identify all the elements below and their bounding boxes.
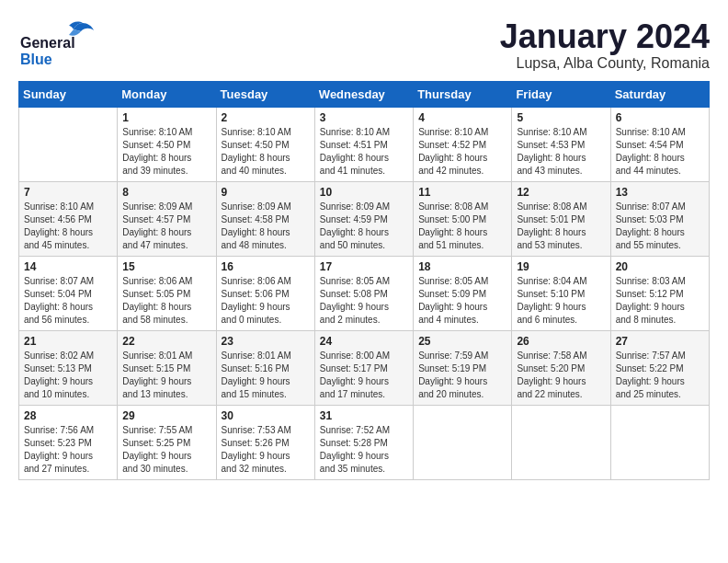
day-number: 10 [320,186,408,199]
day-info: Sunrise: 8:10 AMSunset: 4:54 PMDaylight:… [616,126,704,178]
calendar-week-2: 14Sunrise: 8:07 AMSunset: 5:04 PMDayligh… [19,256,710,330]
calendar-week-0: 1Sunrise: 8:10 AMSunset: 4:50 PMDaylight… [19,107,710,181]
day-number: 9 [222,186,310,199]
calendar-cell: 25Sunrise: 7:59 AMSunset: 5:19 PMDayligh… [414,330,512,405]
svg-text:General: General [20,35,75,51]
day-number: 25 [418,335,506,348]
day-header-sunday: Sunday [19,81,118,107]
calendar-cell: 5Sunrise: 8:10 AMSunset: 4:53 PMDaylight… [512,107,610,181]
day-info: Sunrise: 8:02 AMSunset: 5:13 PMDaylight:… [24,350,112,401]
calendar-cell: 29Sunrise: 7:55 AMSunset: 5:25 PMDayligh… [118,405,216,479]
calendar-cell: 10Sunrise: 8:09 AMSunset: 4:59 PMDayligh… [314,181,413,256]
calendar-cell: 6Sunrise: 8:10 AMSunset: 4:54 PMDaylight… [610,107,709,181]
calendar-cell: 9Sunrise: 8:09 AMSunset: 4:58 PMDaylight… [216,181,314,256]
day-header-wednesday: Wednesday [314,81,413,107]
day-info: Sunrise: 8:10 AMSunset: 4:51 PMDaylight:… [320,126,408,178]
day-info: Sunrise: 8:03 AMSunset: 5:12 PMDaylight:… [616,275,704,327]
day-number: 5 [517,111,605,124]
day-number: 13 [616,186,704,199]
day-number: 3 [320,111,408,124]
day-info: Sunrise: 8:07 AMSunset: 5:04 PMDaylight:… [24,275,112,327]
day-info: Sunrise: 7:56 AMSunset: 5:23 PMDaylight:… [24,424,112,476]
calendar-cell [414,405,512,479]
calendar-cell: 13Sunrise: 8:07 AMSunset: 5:03 PMDayligh… [610,181,709,256]
day-info: Sunrise: 8:07 AMSunset: 5:03 PMDaylight:… [616,201,704,252]
svg-text:Blue: Blue [20,52,52,67]
calendar-cell: 8Sunrise: 8:09 AMSunset: 4:57 PMDaylight… [118,181,216,256]
calendar-cell: 21Sunrise: 8:02 AMSunset: 5:13 PMDayligh… [19,330,118,405]
day-number: 6 [616,111,704,124]
day-info: Sunrise: 8:01 AMSunset: 5:16 PMDaylight:… [222,350,310,401]
calendar-cell: 11Sunrise: 8:08 AMSunset: 5:00 PMDayligh… [414,181,512,256]
calendar-cell: 24Sunrise: 8:00 AMSunset: 5:17 PMDayligh… [314,330,413,405]
day-number: 16 [222,260,310,273]
calendar-cell: 26Sunrise: 7:58 AMSunset: 5:20 PMDayligh… [512,330,610,405]
day-info: Sunrise: 8:09 AMSunset: 4:58 PMDaylight:… [222,201,310,252]
day-info: Sunrise: 8:01 AMSunset: 5:15 PMDaylight:… [122,350,210,401]
location: Lupsa, Alba County, Romania [500,55,710,72]
calendar-cell [512,405,610,479]
calendar-cell: 3Sunrise: 8:10 AMSunset: 4:51 PMDaylight… [314,107,413,181]
day-info: Sunrise: 7:55 AMSunset: 5:25 PMDaylight:… [122,424,210,476]
calendar-cell: 23Sunrise: 8:01 AMSunset: 5:16 PMDayligh… [216,330,314,405]
day-number: 12 [517,186,605,199]
calendar-cell: 12Sunrise: 8:08 AMSunset: 5:01 PMDayligh… [512,181,610,256]
day-info: Sunrise: 8:09 AMSunset: 4:59 PMDaylight:… [320,201,408,252]
day-header-saturday: Saturday [610,81,709,107]
calendar-header-row: SundayMondayTuesdayWednesdayThursdayFrid… [19,81,710,107]
day-number: 2 [222,111,310,124]
day-number: 7 [24,186,112,199]
calendar-cell: 28Sunrise: 7:56 AMSunset: 5:23 PMDayligh… [19,405,118,479]
day-info: Sunrise: 8:10 AMSunset: 4:50 PMDaylight:… [222,126,310,178]
calendar-cell: 1Sunrise: 8:10 AMSunset: 4:50 PMDaylight… [118,107,216,181]
day-number: 30 [222,409,310,422]
day-info: Sunrise: 7:58 AMSunset: 5:20 PMDaylight:… [517,350,605,401]
day-number: 22 [122,335,210,348]
day-number: 28 [24,409,112,422]
calendar-cell: 30Sunrise: 7:53 AMSunset: 5:26 PMDayligh… [216,405,314,479]
calendar-cell: 27Sunrise: 7:57 AMSunset: 5:22 PMDayligh… [610,330,709,405]
calendar-cell: 20Sunrise: 8:03 AMSunset: 5:12 PMDayligh… [610,256,709,330]
calendar-week-3: 21Sunrise: 8:02 AMSunset: 5:13 PMDayligh… [19,330,710,405]
day-number: 23 [222,335,310,348]
logo: General Blue [18,18,106,69]
day-number: 14 [24,260,112,273]
day-number: 11 [418,186,506,199]
day-info: Sunrise: 7:59 AMSunset: 5:19 PMDaylight:… [418,350,506,401]
day-info: Sunrise: 8:10 AMSunset: 4:50 PMDaylight:… [122,126,210,178]
day-header-thursday: Thursday [414,81,512,107]
day-number: 20 [616,260,704,273]
calendar-cell: 31Sunrise: 7:52 AMSunset: 5:28 PMDayligh… [314,405,413,479]
day-info: Sunrise: 7:57 AMSunset: 5:22 PMDaylight:… [616,350,704,401]
day-number: 26 [517,335,605,348]
day-number: 1 [122,111,210,124]
header: General Blue January 2024 Lupsa, Alba Co… [18,18,710,72]
calendar-cell [19,107,118,181]
day-number: 18 [418,260,506,273]
day-info: Sunrise: 8:10 AMSunset: 4:53 PMDaylight:… [517,126,605,178]
logo-icon: General Blue [18,18,106,69]
day-header-friday: Friday [512,81,610,107]
day-header-monday: Monday [118,81,216,107]
day-info: Sunrise: 8:06 AMSunset: 5:05 PMDaylight:… [122,275,210,327]
calendar-cell: 17Sunrise: 8:05 AMSunset: 5:08 PMDayligh… [314,256,413,330]
day-info: Sunrise: 8:08 AMSunset: 5:01 PMDaylight:… [517,201,605,252]
day-info: Sunrise: 8:05 AMSunset: 5:08 PMDaylight:… [320,275,408,327]
calendar-cell: 19Sunrise: 8:04 AMSunset: 5:10 PMDayligh… [512,256,610,330]
calendar-cell: 7Sunrise: 8:10 AMSunset: 4:56 PMDaylight… [19,181,118,256]
day-number: 4 [418,111,506,124]
day-number: 21 [24,335,112,348]
day-info: Sunrise: 7:53 AMSunset: 5:26 PMDaylight:… [222,424,310,476]
calendar-table: SundayMondayTuesdayWednesdayThursdayFrid… [18,81,710,480]
calendar-body: 1Sunrise: 8:10 AMSunset: 4:50 PMDaylight… [19,107,710,479]
calendar-week-1: 7Sunrise: 8:10 AMSunset: 4:56 PMDaylight… [19,181,710,256]
day-info: Sunrise: 8:10 AMSunset: 4:56 PMDaylight:… [24,201,112,252]
day-info: Sunrise: 8:08 AMSunset: 5:00 PMDaylight:… [418,201,506,252]
calendar-week-4: 28Sunrise: 7:56 AMSunset: 5:23 PMDayligh… [19,405,710,479]
day-number: 15 [122,260,210,273]
day-number: 29 [122,409,210,422]
calendar-cell: 15Sunrise: 8:06 AMSunset: 5:05 PMDayligh… [118,256,216,330]
day-info: Sunrise: 7:52 AMSunset: 5:28 PMDaylight:… [320,424,408,476]
calendar-cell: 18Sunrise: 8:05 AMSunset: 5:09 PMDayligh… [414,256,512,330]
day-number: 17 [320,260,408,273]
